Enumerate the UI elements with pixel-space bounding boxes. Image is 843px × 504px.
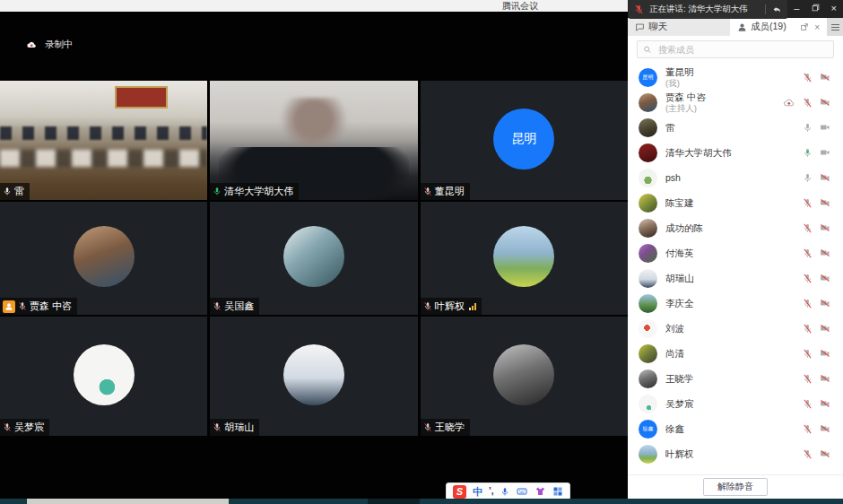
camera-status-icon[interactable] (819, 222, 831, 233)
mic-status-icon[interactable] (803, 323, 813, 335)
mic-status-icon[interactable] (803, 197, 813, 209)
participant-name: 王晓学 (435, 421, 465, 434)
member-name: 付海英 (665, 248, 803, 259)
participant-avatar (283, 226, 344, 287)
member-row[interactable]: 李庆全 (628, 291, 843, 316)
member-row[interactable]: psh (628, 165, 843, 190)
ime-toolbox-icon[interactable] (552, 486, 563, 497)
camera-status-icon[interactable] (819, 197, 831, 208)
mic-status-icon[interactable] (803, 97, 813, 109)
member-name-block: 王晓学 (665, 373, 803, 385)
member-row[interactable]: 徐鑫 徐鑫 (628, 416, 843, 441)
camera-status-icon[interactable] (819, 298, 831, 308)
avatar-text: 昆明 (643, 74, 654, 82)
mic-status-icon[interactable] (803, 248, 813, 259)
camera-status-icon[interactable] (819, 348, 831, 359)
member-name: 尚清 (665, 348, 803, 360)
member-name-block: 董昆明 (我) (665, 66, 803, 89)
camera-status-icon[interactable] (819, 273, 831, 283)
mic-status-icon[interactable] (803, 423, 813, 435)
mic-status-icon[interactable] (803, 448, 813, 460)
member-row[interactable]: 贾森 中咨 (主持人) (628, 90, 843, 115)
participant-name-label: 董昆明 (421, 183, 470, 200)
ime-keyboard-icon[interactable] (516, 486, 528, 497)
camera-status-icon[interactable] (819, 122, 831, 133)
member-name-block: 刘波 (665, 323, 803, 335)
video-tile[interactable]: 王晓学 (421, 317, 628, 436)
minimize-button[interactable]: – (787, 0, 806, 15)
member-name: 清华大学胡大伟 (665, 147, 803, 159)
speaking-toast: 正在讲话: 清华大学胡大伟 (629, 0, 787, 19)
member-name: 徐鑫 (665, 423, 803, 435)
member-row[interactable]: 陈宝建 (628, 190, 843, 215)
ime-language-mode[interactable]: 中 (473, 485, 482, 499)
member-row[interactable]: 清华大学胡大伟 (628, 140, 843, 165)
ime-punctuation-icon[interactable]: ’, (489, 488, 494, 495)
mic-status-icon[interactable] (803, 147, 813, 159)
search-members-input[interactable] (656, 44, 828, 56)
ime-skin-icon[interactable] (534, 486, 546, 497)
close-button[interactable]: × (824, 0, 843, 15)
panel-menu-icon[interactable] (827, 18, 843, 36)
camera-status-icon[interactable] (819, 323, 831, 334)
member-row[interactable]: 王晓学 (628, 366, 843, 391)
mic-status-icon[interactable] (803, 172, 813, 184)
sogou-logo-icon[interactable]: S (453, 485, 466, 499)
video-feed-detail (117, 88, 167, 107)
close-panel-icon[interactable]: × (814, 22, 820, 32)
member-status-icons (803, 222, 831, 234)
video-tile[interactable]: 雷 (0, 81, 207, 200)
restore-button[interactable] (806, 0, 825, 15)
mic-status-icon[interactable] (803, 72, 813, 83)
speaking-toast-text: 正在讲话: 清华大学胡大伟 (649, 4, 760, 15)
video-tile[interactable]: 胡瑞山 (210, 317, 417, 436)
member-row[interactable]: 尚清 (628, 341, 843, 366)
tab-chat[interactable]: 聊天 (628, 18, 730, 36)
member-row[interactable]: 刘波 (628, 316, 843, 341)
member-row[interactable]: 胡瑞山 (628, 265, 843, 291)
mic-status-icon[interactable] (803, 122, 813, 134)
camera-status-icon[interactable] (819, 398, 831, 409)
popout-panel-icon[interactable] (800, 22, 809, 31)
mic-status-icon[interactable] (803, 298, 813, 309)
member-row[interactable]: 昆明 董昆明 (我) (628, 65, 843, 90)
member-name: 董昆明 (665, 66, 803, 78)
tab-members[interactable]: 成员(19) × (730, 18, 827, 36)
avatar-text: 昆明 (511, 131, 536, 147)
video-tile[interactable]: 吴梦宸 (0, 317, 207, 436)
member-avatar (639, 93, 657, 112)
video-tile[interactable]: 昆明 (421, 81, 628, 200)
mic-status-icon[interactable] (803, 398, 813, 410)
ime-voice-icon[interactable] (500, 487, 509, 497)
video-tile[interactable]: 清华大学胡大伟 (210, 81, 417, 200)
video-tile[interactable]: 贾森 中咨 (0, 202, 207, 315)
camera-status-icon[interactable] (819, 172, 831, 183)
unmute-button[interactable]: 解除静音 (703, 478, 768, 496)
member-status-icons (803, 323, 831, 335)
member-row[interactable]: 成功的陈 (628, 215, 843, 240)
mic-status-icon[interactable] (803, 348, 813, 360)
member-avatar (639, 143, 657, 162)
camera-status-icon[interactable] (819, 72, 831, 83)
video-tile[interactable]: 叶辉权 (421, 202, 628, 315)
mic-status-icon[interactable] (803, 273, 813, 284)
camera-status-icon[interactable] (819, 147, 831, 158)
reply-arrow-icon[interactable] (771, 4, 782, 15)
participant-name: 贾森 中咨 (30, 300, 72, 313)
window-controls: – × (787, 0, 843, 15)
camera-status-icon[interactable] (819, 448, 831, 459)
camera-status-icon[interactable] (819, 373, 831, 384)
member-row[interactable]: 付海英 (628, 240, 843, 265)
member-row[interactable]: 吴梦宸 (628, 391, 843, 416)
member-status-icons (803, 298, 831, 309)
camera-status-icon[interactable] (819, 423, 831, 434)
participant-name-label: 叶辉权 (421, 298, 482, 315)
camera-status-icon[interactable] (819, 97, 831, 108)
mic-status-icon[interactable] (803, 373, 813, 385)
panel-footer: 解除静音 (628, 474, 843, 499)
camera-status-icon[interactable] (819, 248, 831, 258)
mic-status-icon[interactable] (803, 222, 813, 234)
member-row[interactable]: 叶辉权 (628, 441, 843, 466)
member-row[interactable]: 雷 (628, 115, 843, 140)
video-tile[interactable]: 吴国鑫 (210, 202, 417, 315)
